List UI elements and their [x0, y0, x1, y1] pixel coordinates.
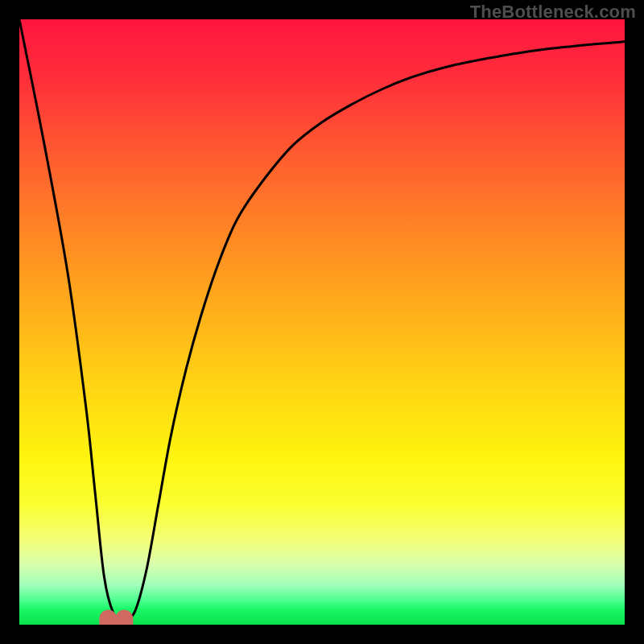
chart-frame: TheBottleneck.com: [0, 0, 644, 644]
bottleneck-curve: [19, 19, 625, 619]
plot-area: [19, 19, 625, 625]
minimum-marker-icon: [99, 610, 133, 625]
curve-layer: [19, 19, 625, 625]
